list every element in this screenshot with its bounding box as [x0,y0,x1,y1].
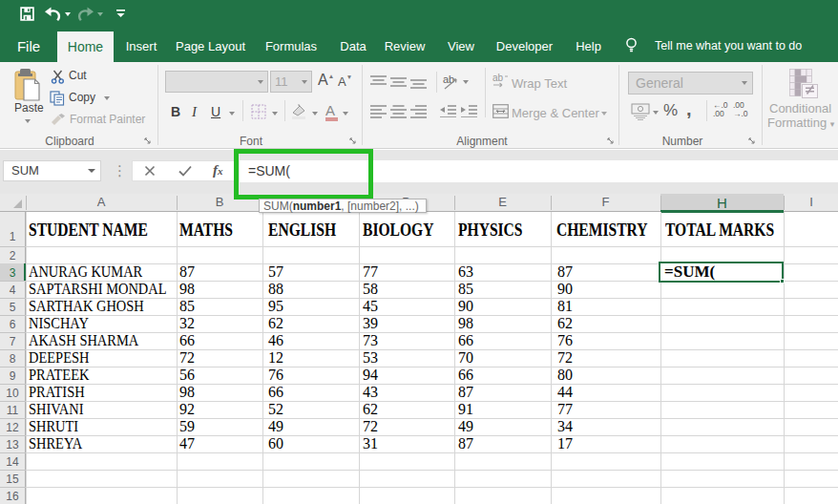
svg-text:ab: ab [443,74,454,85]
svg-text:ab: ab [492,74,504,83]
